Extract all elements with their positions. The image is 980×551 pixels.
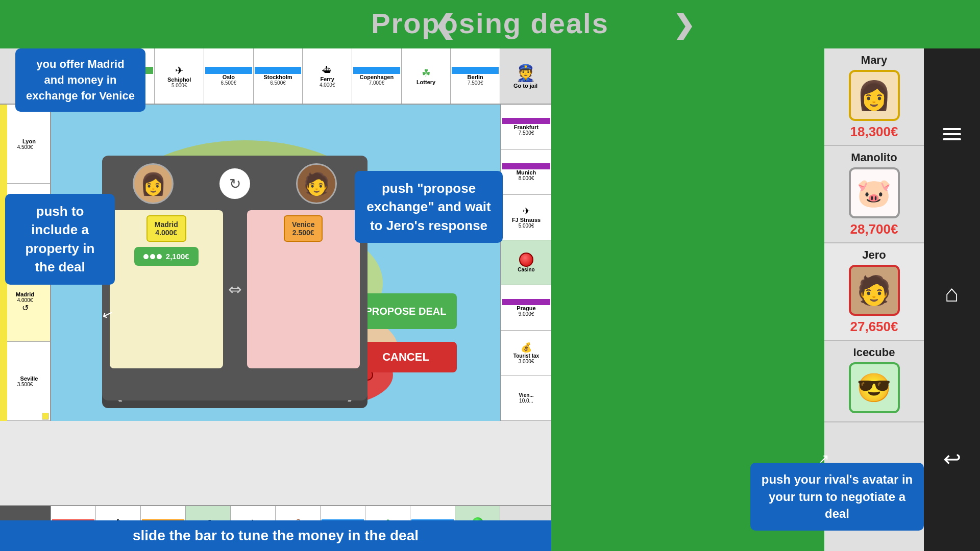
player-money-mary: 18,300€ [850,124,898,140]
propose-deal-button[interactable]: PROPOSE DEAL [355,293,457,329]
madrid-property-card[interactable]: Madrid 4.000€ [146,215,186,242]
money-card: 2,100€ [134,247,199,266]
deal-dialog-header: 👩 ↻ 🧑 [110,163,360,204]
board-cell-stockholm: Stockholm 6.500€ [254,48,303,104]
money-dots [143,254,162,259]
casino-token-right [519,253,533,267]
exchange-arrows: ⇔ [228,210,242,368]
annotation-top-left: you offer Madrid and money in exchange f… [15,48,145,112]
nav-home-button[interactable]: ⌂ [567,9,581,37]
back-icon[interactable]: ↩ [943,446,961,471]
right-navigation: ⌂ ↩ [924,48,980,551]
player-avatar-manolito[interactable]: 🐷 [849,167,900,218]
player-money-manolito: 28,700€ [850,221,898,237]
cancel-button[interactable]: CANCEL [355,342,457,372]
slide-instruction: slide the bar to tune the money in the d… [133,528,419,544]
home-icon[interactable]: ⌂ [945,280,959,307]
board-cell-berlin: Berlin 7.500€ [451,48,500,104]
player-name-manolito: Manolito [851,151,897,164]
board-cell-vienna: Vien... 10.0... [501,375,551,421]
player-avatar-jero[interactable]: 🧑 [849,265,900,316]
deal-panels: Madrid 4.000€ 2,100€ ⇔ Venice [110,210,360,368]
board-cell-prague: Prague 9.000€ [501,285,551,331]
board-cell-schiphol: ✈ Schiphol 5.000€ [155,48,204,104]
annotation-bottom-right: push your rival's avatar in your turn to… [750,463,924,531]
nav-next-button[interactable]: ❯ [633,10,735,40]
board-right-column: Frankfurt 7.500€ Munich 8.000€ ✈ FJ Stra… [500,105,551,421]
board-cell-munich: Munich 8.000€ [501,150,551,195]
player-name-icecube: Icecube [853,346,895,359]
jero-avatar-container: 🧑 [296,163,337,204]
board-cell-copenhagen: Copenhagen 7.000€ [352,48,402,104]
board-cell-lottery-top: ☘ Lottery [402,48,451,104]
player-name-mary: Mary [861,54,887,67]
player-panel-mary[interactable]: Mary 👩 18,300€ [824,48,924,146]
board-cell-fj-strauss: ✈ FJ Strauss 5.000€ [501,195,551,240]
player-panel-manolito[interactable]: Manolito 🐷 28,700€ [824,146,924,243]
game-board: Casino Brussels 5.500€ Amsterdam 6.000€ … [0,48,551,551]
hamburger-icon[interactable] [943,128,961,140]
jero-avatar: 🧑 [296,163,337,204]
venice-property-card[interactable]: Venice 2.500€ [284,215,323,242]
header: Proposing deals [0,0,980,46]
exchange-icon: ↻ [219,168,250,199]
deal-dialog: 👩 ↻ 🧑 Madrid 4.000€ [102,156,368,400]
board-cell-lyon: Lyon 4.500€ [0,105,50,184]
money-amount: 2,100€ [166,252,189,261]
board-cell-frankfurt: Frankfurt 7.500€ [501,105,551,150]
deal-instruction-box: push "propose exchange" and wait to Jero… [355,171,503,243]
player-money-jero: 27,650€ [850,319,898,335]
deal-panel-right: Venice 2.500€ [247,210,360,368]
player-panel-jero[interactable]: Jero 🧑 27,650€ [824,243,924,341]
board-cell-jail: 👮 Go to jail [500,48,551,104]
player-avatar-mary[interactable]: 👩 [849,70,900,121]
board-cell-casino-right: Casino [501,240,551,286]
deal-panel-left: Madrid 4.000€ 2,100€ [110,210,223,368]
board-cell-ferry: ⛴ Ferry 4.000€ [303,48,352,104]
mary-avatar: 👩 [133,163,174,204]
nav-prev-button[interactable]: ❮ [434,10,455,40]
player-avatar-icecube[interactable]: 😎 [849,362,900,413]
player-name-jero: Jero [862,248,886,262]
bottom-instruction-bar: slide the bar to tune the money in the d… [0,520,551,551]
annotation-arrow-jero: ↗ [818,451,829,467]
mary-avatar-container: 👩 [133,163,174,204]
board-cell-seville: Seville 3.500€ [0,342,50,421]
annotation-left-mid: push to include a property in the deal [5,194,115,285]
player-panel-icecube[interactable]: Icecube 😎 [824,341,924,422]
board-cell-oslo: Oslo 6.500€ [204,48,254,104]
board-cell-tourist-tax: 💰 Tourist tax 3.000€ [501,331,551,376]
